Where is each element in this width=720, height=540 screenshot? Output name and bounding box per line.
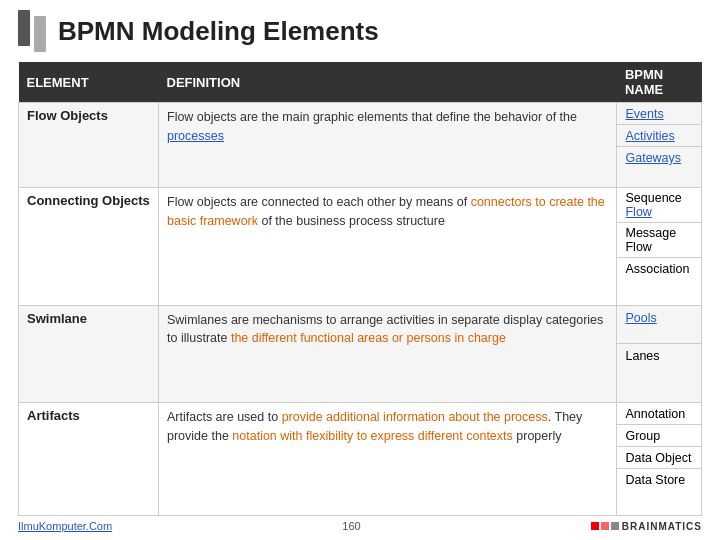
sequence-flow-link[interactable]: Flow <box>625 205 651 219</box>
processes-link[interactable]: processes <box>167 129 224 143</box>
definition-cell: Flow objects are the main graphic elemen… <box>159 103 617 188</box>
bpmn-names-list: Sequence Flow Message Flow Association <box>617 188 701 280</box>
bpmn-name-cell: Events Activities Gateways <box>617 103 702 188</box>
element-cell: Swimlane <box>19 305 159 403</box>
bpmn-name-entry: Data Store <box>617 469 701 491</box>
bpmn-name-entry: Sequence Flow <box>617 188 701 223</box>
logo-sq-red2 <box>601 522 609 530</box>
element-cell: Artifacts <box>19 403 159 516</box>
page: BPMN Modeling Elements ELEMENT DEFINITIO… <box>0 0 720 540</box>
footer: IlmuKomputer.Com 160 BRAINMATICS <box>18 516 702 532</box>
events-link[interactable]: Events <box>617 107 663 121</box>
data-object-label: Data Object <box>617 451 691 465</box>
pools-link[interactable]: Pools <box>617 311 656 325</box>
bpmn-name-entry: Gateways <box>617 147 701 169</box>
bpmn-name-entry: Message Flow <box>617 223 701 258</box>
title-decoration <box>18 10 46 52</box>
message-flow-label: Message Flow <box>617 226 701 254</box>
footer-site-link[interactable]: IlmuKomputer.Com <box>18 520 112 532</box>
table-row: Swimlane Swimlanes are mechanisms to arr… <box>19 305 702 403</box>
bpmn-name-cell: Sequence Flow Message Flow Association <box>617 187 702 305</box>
gateways-link[interactable]: Gateways <box>617 151 681 165</box>
bpmn-name-cell: Annotation Group Data Object Data Store <box>617 403 702 516</box>
header-bpmn-name: BPMN NAME <box>617 62 702 103</box>
bpmn-name-entry: Association <box>617 258 701 280</box>
definition-cell: Artifacts are used to provide additional… <box>159 403 617 516</box>
logo-sq-red1 <box>591 522 599 530</box>
highlight-notation: notation with flexibility to express dif… <box>232 429 512 443</box>
table-row: Flow Objects Flow objects are the main g… <box>19 103 702 188</box>
table-row: Artifacts Artifacts are used to provide … <box>19 403 702 516</box>
definition-cell: Flow objects are connected to each other… <box>159 187 617 305</box>
logo-sq-gray <box>611 522 619 530</box>
content-table: ELEMENT DEFINITION BPMN NAME Flow Object… <box>18 62 702 516</box>
bpmn-names-list: Annotation Group Data Object Data Store <box>617 403 701 491</box>
table-row: Connecting Objects Flow objects are conn… <box>19 187 702 305</box>
bpmn-name-entry: Lanes <box>617 344 701 382</box>
lanes-label: Lanes <box>617 349 659 363</box>
bpmn-names-list: Pools Lanes <box>617 306 701 382</box>
bpmn-name-entry: Pools <box>617 306 701 344</box>
bpmn-name-entry: Events <box>617 103 701 125</box>
data-store-label: Data Store <box>617 473 685 487</box>
definition-cell: Swimlanes are mechanisms to arrange acti… <box>159 305 617 403</box>
bpmn-name-entry: Annotation <box>617 403 701 425</box>
bpmn-name-entry: Data Object <box>617 447 701 469</box>
bpmn-names-list: Events Activities Gateways <box>617 103 701 169</box>
title-area: BPMN Modeling Elements <box>18 10 702 52</box>
highlight-provide: provide additional information about the… <box>282 410 548 424</box>
group-label: Group <box>617 429 660 443</box>
page-title: BPMN Modeling Elements <box>58 16 379 47</box>
header-element: ELEMENT <box>19 62 159 103</box>
logo-squares <box>591 522 619 530</box>
bpmn-name-entry: Group <box>617 425 701 447</box>
page-number: 160 <box>342 520 360 532</box>
header-definition: DEFINITION <box>159 62 617 103</box>
bar-dark <box>18 10 30 46</box>
annotation-label: Annotation <box>617 407 685 421</box>
association-label: Association <box>617 262 689 276</box>
bpmn-name-entry: Activities <box>617 125 701 147</box>
bpmn-name-cell: Pools Lanes <box>617 305 702 403</box>
logo-text: BRAINMATICS <box>622 521 702 532</box>
element-cell: Flow Objects <box>19 103 159 188</box>
bar-light <box>34 16 46 52</box>
highlight-functional: the different functional areas or person… <box>231 331 506 345</box>
brainmatics-logo: BRAINMATICS <box>591 521 702 532</box>
element-cell: Connecting Objects <box>19 187 159 305</box>
activities-link[interactable]: Activities <box>617 129 674 143</box>
table-header-row: ELEMENT DEFINITION BPMN NAME <box>19 62 702 103</box>
